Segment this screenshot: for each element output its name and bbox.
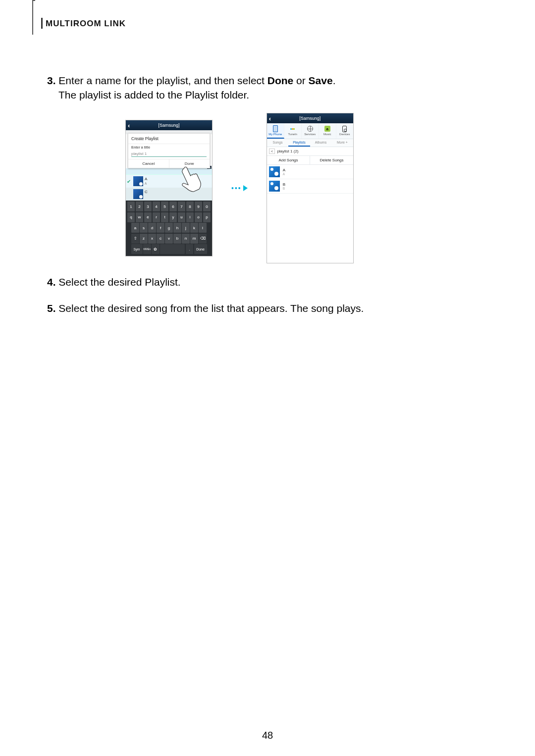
key-s[interactable]: s [140, 223, 148, 233]
source-tunein[interactable]: TuneIn [284, 123, 302, 139]
phone1-header: ‹ [Samsung] [126, 120, 212, 130]
tab-playlists[interactable]: Playlists [288, 139, 310, 147]
key-0[interactable]: 0 [203, 202, 211, 211]
tab-more[interactable]: More + [331, 139, 353, 147]
playlist-name-input[interactable]: playlist 1 [131, 151, 207, 157]
globe-icon [307, 126, 313, 132]
step-3-done-word: Done [268, 75, 294, 86]
cancel-button[interactable]: Cancel [128, 159, 169, 168]
key-settings[interactable]: ✿ [152, 244, 160, 254]
phone2-title: [Samsung] [276, 116, 344, 121]
key-v[interactable]: v [165, 234, 173, 244]
song-b-sub: B [283, 187, 285, 190]
song-c-title: C [145, 190, 148, 195]
back-icon[interactable]: ‹ [269, 115, 276, 122]
key-r[interactable]: r [153, 212, 160, 222]
key-5[interactable]: 5 [161, 202, 169, 211]
song-a-sub: A [283, 172, 285, 176]
key-dot[interactable]: . [186, 244, 194, 254]
source-services[interactable]: Services [302, 123, 319, 139]
song-a-title: A [145, 177, 147, 182]
key-k[interactable]: k [190, 223, 198, 233]
tab-songs[interactable]: Songs [267, 139, 289, 147]
song-c-sub [145, 195, 148, 198]
step-4: 4. Select the desired Playlist. [47, 275, 181, 289]
key-done[interactable]: Done [194, 244, 207, 254]
key-l[interactable]: l [199, 223, 207, 233]
album-art-icon [133, 189, 143, 199]
key-d[interactable]: d [148, 223, 156, 233]
step-3-number: 3. [47, 75, 56, 86]
amazon-icon: a [324, 126, 330, 132]
source-tabs: My Phone TuneIn Services aMusic Devices [267, 123, 353, 139]
breadcrumb: < playlist 1 (2) [267, 147, 353, 156]
song-b-title: B [283, 183, 285, 187]
key-w[interactable]: w [136, 212, 144, 222]
source-myphone[interactable]: My Phone [267, 123, 284, 139]
key-i[interactable]: i [186, 212, 194, 222]
section-header: MULTIROOM LINK [46, 19, 126, 29]
key-n[interactable]: n [182, 234, 190, 244]
back-icon[interactable]: ‹ [128, 122, 135, 129]
breadcrumb-back-icon[interactable]: < [269, 149, 275, 154]
key-8[interactable]: 8 [186, 202, 194, 211]
check-icon: ✔ [127, 179, 132, 184]
key-7[interactable]: 7 [178, 202, 186, 211]
key-sym[interactable]: Sym [131, 244, 143, 254]
step-3-mid: or [293, 75, 308, 86]
key-9[interactable]: 9 [195, 202, 203, 211]
key-3[interactable]: 3 [144, 202, 152, 211]
source-music[interactable]: aMusic [319, 123, 336, 139]
key-t[interactable]: t [161, 212, 169, 222]
key-a[interactable]: a [131, 223, 139, 233]
screenshot-create-playlist: ‹ [Samsung] Create Playlist Enter a titl… [125, 120, 213, 256]
step-5: 5. Select the desired song from the list… [47, 301, 364, 315]
section-accent-bar [41, 18, 43, 29]
phone2-header: ‹ [Samsung] [267, 113, 353, 123]
key-shift[interactable]: ⇧ [131, 234, 139, 244]
speaker-icon [342, 126, 347, 132]
key-j[interactable]: j [182, 223, 190, 233]
step-3-end: . [333, 75, 336, 86]
playlist-song-a[interactable]: AA [267, 165, 353, 179]
key-c[interactable]: c [157, 234, 164, 244]
key-u[interactable]: u [178, 212, 186, 222]
screenshot-playlist-view: ‹ [Samsung] My Phone TuneIn Services aMu… [267, 113, 354, 263]
step-5-number: 5. [47, 302, 56, 314]
key-h[interactable]: h [173, 223, 181, 233]
key-2[interactable]: 2 [136, 202, 144, 211]
step-3-line1a: Enter a name for the playlist, and then … [58, 75, 267, 86]
tab-albums[interactable]: Albums [310, 139, 332, 147]
key-b[interactable]: b [173, 234, 181, 244]
album-art-icon [269, 166, 280, 177]
key-lang[interactable]: KR/En [143, 244, 151, 254]
key-backspace[interactable]: ⌫ [199, 234, 207, 244]
key-p[interactable]: p [203, 212, 211, 222]
playlist-song-b[interactable]: BB [267, 179, 353, 194]
onscreen-keyboard[interactable]: 1 2 3 4 5 6 7 8 9 0 q w e r t y u i o [126, 201, 212, 256]
source-devices[interactable]: Devices [336, 123, 353, 139]
key-4[interactable]: 4 [153, 202, 160, 211]
delete-songs-button[interactable]: Delete Songs [310, 156, 353, 164]
key-f[interactable]: f [157, 223, 164, 233]
key-6[interactable]: 6 [169, 202, 177, 211]
transition-arrow-icon: ••• [227, 184, 252, 192]
playlist-actions: Add Songs Delete Songs [267, 156, 353, 165]
step-4-number: 4. [47, 276, 56, 288]
key-g[interactable]: g [165, 223, 173, 233]
key-q[interactable]: q [127, 212, 135, 222]
key-1[interactable]: 1 [127, 202, 135, 211]
phone2-empty-area [267, 194, 353, 263]
key-y[interactable]: y [169, 212, 177, 222]
key-z[interactable]: z [140, 234, 148, 244]
step-3: 3. Enter a name for the playlist, and th… [47, 73, 336, 88]
key-x[interactable]: x [148, 234, 156, 244]
key-m[interactable]: m [190, 234, 198, 244]
song-a-title: A [283, 168, 285, 172]
screenshots-row: ‹ [Samsung] Create Playlist Enter a titl… [125, 113, 354, 263]
key-space[interactable] [160, 244, 185, 254]
key-o[interactable]: o [195, 212, 203, 222]
add-songs-button[interactable]: Add Songs [267, 156, 311, 164]
page-number: 48 [0, 730, 535, 741]
key-e[interactable]: e [144, 212, 152, 222]
